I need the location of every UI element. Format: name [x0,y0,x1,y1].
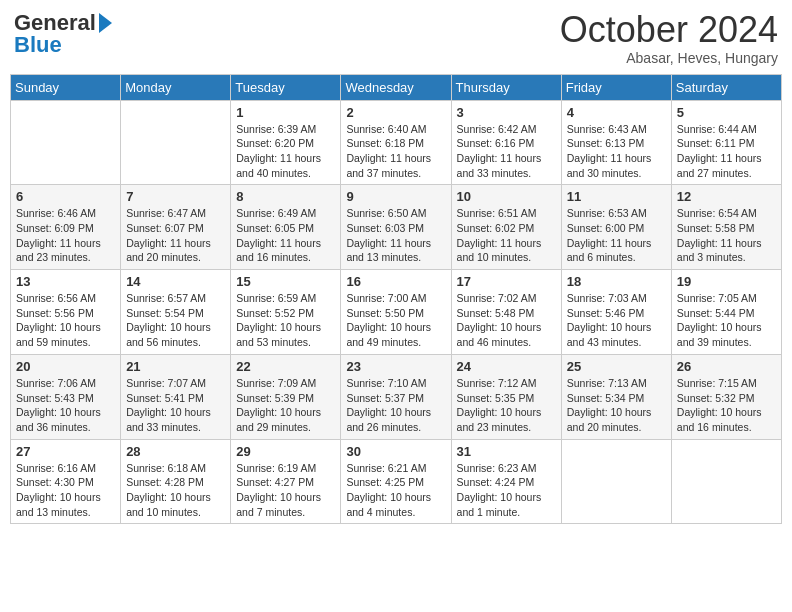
calendar-cell: 16Sunrise: 7:00 AM Sunset: 5:50 PM Dayli… [341,270,451,355]
calendar-cell: 26Sunrise: 7:15 AM Sunset: 5:32 PM Dayli… [671,354,781,439]
day-info: Sunrise: 6:53 AM Sunset: 6:00 PM Dayligh… [567,206,666,265]
calendar-cell: 12Sunrise: 6:54 AM Sunset: 5:58 PM Dayli… [671,185,781,270]
day-info: Sunrise: 7:02 AM Sunset: 5:48 PM Dayligh… [457,291,556,350]
day-info: Sunrise: 6:49 AM Sunset: 6:05 PM Dayligh… [236,206,335,265]
day-number: 1 [236,105,335,120]
day-info: Sunrise: 6:23 AM Sunset: 4:24 PM Dayligh… [457,461,556,520]
calendar-cell: 3Sunrise: 6:42 AM Sunset: 6:16 PM Daylig… [451,100,561,185]
calendar-cell: 2Sunrise: 6:40 AM Sunset: 6:18 PM Daylig… [341,100,451,185]
month-title: October 2024 [560,10,778,50]
day-info: Sunrise: 7:15 AM Sunset: 5:32 PM Dayligh… [677,376,776,435]
weekday-header: Sunday [11,74,121,100]
day-number: 8 [236,189,335,204]
day-info: Sunrise: 6:51 AM Sunset: 6:02 PM Dayligh… [457,206,556,265]
calendar-cell: 22Sunrise: 7:09 AM Sunset: 5:39 PM Dayli… [231,354,341,439]
calendar-cell: 10Sunrise: 6:51 AM Sunset: 6:02 PM Dayli… [451,185,561,270]
weekday-header: Tuesday [231,74,341,100]
day-number: 14 [126,274,225,289]
calendar-cell: 14Sunrise: 6:57 AM Sunset: 5:54 PM Dayli… [121,270,231,355]
calendar-cell: 28Sunrise: 6:18 AM Sunset: 4:28 PM Dayli… [121,439,231,524]
day-number: 23 [346,359,445,374]
day-number: 31 [457,444,556,459]
calendar-cell: 18Sunrise: 7:03 AM Sunset: 5:46 PM Dayli… [561,270,671,355]
calendar-cell: 7Sunrise: 6:47 AM Sunset: 6:07 PM Daylig… [121,185,231,270]
weekday-header: Wednesday [341,74,451,100]
day-number: 26 [677,359,776,374]
calendar-cell: 23Sunrise: 7:10 AM Sunset: 5:37 PM Dayli… [341,354,451,439]
calendar-cell: 4Sunrise: 6:43 AM Sunset: 6:13 PM Daylig… [561,100,671,185]
calendar-cell [671,439,781,524]
day-number: 11 [567,189,666,204]
day-info: Sunrise: 6:54 AM Sunset: 5:58 PM Dayligh… [677,206,776,265]
day-info: Sunrise: 6:56 AM Sunset: 5:56 PM Dayligh… [16,291,115,350]
day-info: Sunrise: 6:19 AM Sunset: 4:27 PM Dayligh… [236,461,335,520]
calendar-cell: 25Sunrise: 7:13 AM Sunset: 5:34 PM Dayli… [561,354,671,439]
calendar-cell [561,439,671,524]
day-number: 22 [236,359,335,374]
logo: General Blue [14,10,112,58]
day-info: Sunrise: 6:16 AM Sunset: 4:30 PM Dayligh… [16,461,115,520]
calendar-week-row: 13Sunrise: 6:56 AM Sunset: 5:56 PM Dayli… [11,270,782,355]
day-info: Sunrise: 6:57 AM Sunset: 5:54 PM Dayligh… [126,291,225,350]
day-info: Sunrise: 6:43 AM Sunset: 6:13 PM Dayligh… [567,122,666,181]
day-number: 12 [677,189,776,204]
day-number: 4 [567,105,666,120]
day-info: Sunrise: 7:09 AM Sunset: 5:39 PM Dayligh… [236,376,335,435]
calendar-cell: 11Sunrise: 6:53 AM Sunset: 6:00 PM Dayli… [561,185,671,270]
day-info: Sunrise: 7:06 AM Sunset: 5:43 PM Dayligh… [16,376,115,435]
calendar-cell: 21Sunrise: 7:07 AM Sunset: 5:41 PM Dayli… [121,354,231,439]
day-number: 15 [236,274,335,289]
day-number: 29 [236,444,335,459]
day-info: Sunrise: 7:05 AM Sunset: 5:44 PM Dayligh… [677,291,776,350]
day-number: 28 [126,444,225,459]
calendar-week-row: 1Sunrise: 6:39 AM Sunset: 6:20 PM Daylig… [11,100,782,185]
location: Abasar, Heves, Hungary [560,50,778,66]
day-number: 21 [126,359,225,374]
calendar-cell: 9Sunrise: 6:50 AM Sunset: 6:03 PM Daylig… [341,185,451,270]
weekday-header: Thursday [451,74,561,100]
calendar-cell: 1Sunrise: 6:39 AM Sunset: 6:20 PM Daylig… [231,100,341,185]
day-number: 7 [126,189,225,204]
day-info: Sunrise: 6:50 AM Sunset: 6:03 PM Dayligh… [346,206,445,265]
calendar-week-row: 20Sunrise: 7:06 AM Sunset: 5:43 PM Dayli… [11,354,782,439]
day-info: Sunrise: 7:00 AM Sunset: 5:50 PM Dayligh… [346,291,445,350]
calendar-cell: 19Sunrise: 7:05 AM Sunset: 5:44 PM Dayli… [671,270,781,355]
page-header: General Blue October 2024 Abasar, Heves,… [10,10,782,66]
day-number: 27 [16,444,115,459]
calendar-cell: 17Sunrise: 7:02 AM Sunset: 5:48 PM Dayli… [451,270,561,355]
day-number: 6 [16,189,115,204]
calendar-cell: 30Sunrise: 6:21 AM Sunset: 4:25 PM Dayli… [341,439,451,524]
day-info: Sunrise: 6:40 AM Sunset: 6:18 PM Dayligh… [346,122,445,181]
day-number: 5 [677,105,776,120]
day-info: Sunrise: 7:03 AM Sunset: 5:46 PM Dayligh… [567,291,666,350]
day-number: 16 [346,274,445,289]
day-number: 19 [677,274,776,289]
calendar-cell: 5Sunrise: 6:44 AM Sunset: 6:11 PM Daylig… [671,100,781,185]
day-info: Sunrise: 7:12 AM Sunset: 5:35 PM Dayligh… [457,376,556,435]
day-number: 20 [16,359,115,374]
day-info: Sunrise: 6:59 AM Sunset: 5:52 PM Dayligh… [236,291,335,350]
calendar-week-row: 27Sunrise: 6:16 AM Sunset: 4:30 PM Dayli… [11,439,782,524]
day-info: Sunrise: 6:42 AM Sunset: 6:16 PM Dayligh… [457,122,556,181]
day-number: 24 [457,359,556,374]
calendar-header-row: SundayMondayTuesdayWednesdayThursdayFrid… [11,74,782,100]
calendar-cell: 27Sunrise: 6:16 AM Sunset: 4:30 PM Dayli… [11,439,121,524]
calendar-cell: 24Sunrise: 7:12 AM Sunset: 5:35 PM Dayli… [451,354,561,439]
logo-arrow-icon [99,13,112,33]
calendar-cell: 8Sunrise: 6:49 AM Sunset: 6:05 PM Daylig… [231,185,341,270]
day-number: 17 [457,274,556,289]
title-area: October 2024 Abasar, Heves, Hungary [560,10,778,66]
day-number: 18 [567,274,666,289]
day-info: Sunrise: 7:10 AM Sunset: 5:37 PM Dayligh… [346,376,445,435]
weekday-header: Monday [121,74,231,100]
day-number: 9 [346,189,445,204]
calendar-cell [11,100,121,185]
calendar-cell: 6Sunrise: 6:46 AM Sunset: 6:09 PM Daylig… [11,185,121,270]
weekday-header: Saturday [671,74,781,100]
calendar-cell: 31Sunrise: 6:23 AM Sunset: 4:24 PM Dayli… [451,439,561,524]
day-number: 25 [567,359,666,374]
day-info: Sunrise: 6:46 AM Sunset: 6:09 PM Dayligh… [16,206,115,265]
weekday-header: Friday [561,74,671,100]
day-number: 10 [457,189,556,204]
day-number: 3 [457,105,556,120]
